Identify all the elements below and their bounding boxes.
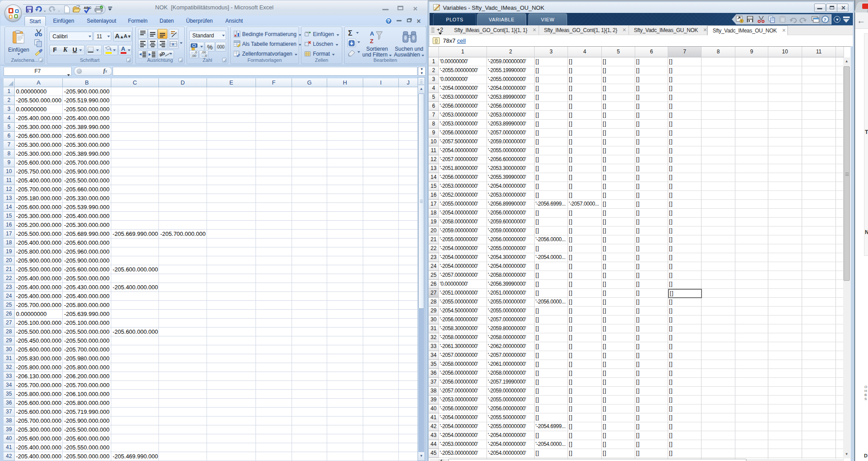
svg-text:?: ? bbox=[824, 17, 827, 22]
svg-text:ab: ab bbox=[159, 50, 166, 57]
svg-text:A: A bbox=[370, 30, 374, 37]
svg-text:Z: Z bbox=[370, 38, 373, 44]
